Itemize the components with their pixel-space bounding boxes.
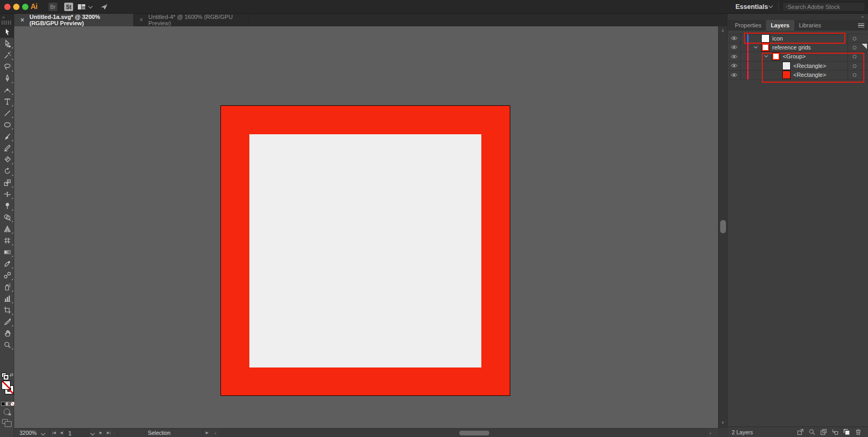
layer-row-rectangle-red[interactable]: <Rectangle> — [728, 71, 868, 80]
close-tab-icon[interactable]: × — [21, 16, 24, 24]
scale-tool[interactable] — [0, 177, 14, 188]
last-artboard-icon[interactable]: ▶| — [107, 431, 110, 435]
shaper-tool[interactable] — [0, 142, 14, 154]
artwork-white-square[interactable] — [249, 134, 481, 368]
previous-artboard-icon[interactable]: ◀ — [60, 431, 63, 435]
column-graph-tool[interactable] — [0, 293, 14, 304]
canvas[interactable] — [14, 26, 718, 428]
zoom-tool[interactable] — [0, 339, 14, 351]
eyedropper-tool[interactable] — [0, 258, 14, 270]
layer-row-reference-grids[interactable]: reference grids — [728, 43, 868, 53]
panel-menu-icon[interactable] — [858, 23, 864, 28]
target-circle-icon[interactable] — [853, 37, 856, 41]
perspective-grid-tool[interactable] — [0, 223, 14, 235]
color-button[interactable] — [1, 402, 5, 406]
layer-thumbnail[interactable] — [762, 35, 769, 42]
layer-thumbnail[interactable] — [783, 71, 790, 78]
close-window-button[interactable] — [4, 4, 11, 10]
lock-cell[interactable] — [741, 52, 747, 61]
arrange-documents-chevron-icon[interactable] — [88, 4, 93, 8]
collect-for-export-icon[interactable] — [797, 429, 804, 436]
lock-cell[interactable] — [741, 71, 747, 80]
status-text[interactable]: Selection — [148, 430, 170, 436]
target-circle-icon[interactable] — [853, 46, 856, 49]
make-clipping-mask-icon[interactable] — [820, 429, 827, 436]
scroll-up-icon[interactable]: ∧ — [721, 28, 724, 33]
tab-properties[interactable]: Properties — [730, 20, 766, 31]
scroll-right-icon[interactable]: › — [710, 431, 711, 436]
layer-name[interactable]: icon — [772, 35, 783, 42]
symbol-sprayer-tool[interactable] — [0, 281, 14, 293]
fill-swatch[interactable] — [2, 381, 11, 390]
layer-row-icon[interactable]: icon — [728, 34, 868, 43]
first-artboard-icon[interactable]: |◀ — [52, 431, 56, 435]
vertical-scroll-thumb[interactable] — [720, 220, 726, 233]
rotate-tool[interactable] — [0, 165, 14, 177]
lasso-tool[interactable] — [0, 61, 14, 73]
lock-cell[interactable] — [741, 43, 747, 52]
screen-mode-icon[interactable] — [2, 419, 8, 424]
gradient-tool[interactable] — [0, 246, 14, 258]
stock-button[interactable]: St — [64, 3, 73, 11]
line-segment-tool[interactable] — [0, 107, 14, 119]
slice-tool[interactable] — [0, 316, 14, 327]
status-menu-icon[interactable]: ▶ — [206, 431, 208, 435]
lock-cell[interactable] — [741, 62, 747, 71]
artboard-tool[interactable] — [0, 304, 14, 316]
type-tool[interactable] — [0, 96, 14, 107]
selection-tool[interactable] — [0, 26, 14, 38]
workspace-chevron-icon[interactable] — [769, 4, 773, 8]
layer-row-group[interactable]: <Group> — [728, 52, 868, 62]
ellipse-tool[interactable] — [0, 119, 14, 131]
workspace-switcher[interactable]: Essentials — [735, 3, 768, 11]
share-rocket-icon[interactable] — [100, 3, 108, 13]
scroll-down-icon[interactable]: ∨ — [721, 420, 724, 425]
tab-libraries[interactable]: Libraries — [794, 20, 826, 31]
minimize-window-button[interactable] — [13, 4, 19, 10]
new-sublayer-icon[interactable] — [832, 429, 839, 436]
bridge-button[interactable]: Br — [48, 3, 57, 11]
new-layer-icon[interactable] — [843, 429, 850, 436]
horizontal-scroll-thumb[interactable] — [459, 431, 489, 435]
draw-mode-icon[interactable] — [4, 409, 10, 415]
curvature-tool[interactable] — [0, 84, 14, 96]
target-circle-icon[interactable] — [853, 64, 856, 68]
horizontal-scrollbar[interactable] — [219, 429, 708, 437]
vertical-scrollbar[interactable]: ∧ ∨ — [718, 26, 728, 428]
swap-fill-stroke-icon[interactable]: ⇄ — [9, 372, 14, 378]
toolbar-collapse-icon[interactable]: » — [2, 15, 5, 20]
layer-row-rectangle-white[interactable]: <Rectangle> — [728, 62, 868, 71]
next-artboard-icon[interactable]: ▶ — [99, 431, 102, 435]
expand-chevron-icon[interactable] — [753, 45, 758, 50]
document-tab-1[interactable]: × Untitled-1a.svg* @ 3200% (RGB/GPU Prev… — [14, 14, 133, 26]
fullscreen-window-button[interactable] — [22, 4, 28, 10]
layer-name[interactable]: <Rectangle> — [793, 63, 826, 69]
scroll-left-icon[interactable]: ‹ — [215, 431, 216, 436]
artwork-red-square[interactable] — [220, 105, 510, 396]
search-input[interactable] — [788, 4, 862, 10]
delete-layer-icon[interactable] — [855, 429, 862, 436]
layer-thumbnail[interactable] — [772, 53, 780, 60]
collapse-panels-icon[interactable]: » — [861, 14, 864, 19]
mesh-tool[interactable] — [0, 235, 14, 246]
zoom-level-chevron-icon[interactable] — [41, 431, 45, 435]
layer-name[interactable]: reference grids — [772, 44, 811, 51]
layer-thumbnail[interactable] — [762, 44, 769, 51]
layer-thumbnail[interactable] — [783, 62, 790, 69]
pen-tool[interactable] — [0, 73, 14, 84]
layer-name[interactable]: <Group> — [783, 53, 805, 59]
close-tab-icon[interactable]: × — [139, 16, 143, 24]
hand-tool[interactable] — [0, 327, 14, 339]
eraser-tool[interactable] — [0, 154, 14, 165]
paintbrush-tool[interactable] — [0, 131, 14, 142]
width-tool[interactable] — [0, 188, 14, 200]
adobe-stock-search[interactable] — [782, 2, 865, 12]
gradient-button[interactable] — [6, 402, 10, 406]
expand-chevron-icon[interactable] — [763, 54, 769, 59]
locate-object-icon[interactable] — [809, 429, 815, 436]
zoom-level-field[interactable]: 3200% — [19, 430, 37, 436]
layer-name[interactable]: <Rectangle> — [793, 72, 826, 78]
target-circle-icon[interactable] — [853, 73, 856, 77]
document-tab-2[interactable]: × Untitled-4* @ 1600% (RGB/GPU Preview) — [133, 14, 250, 26]
shape-builder-tool[interactable] — [0, 212, 14, 223]
